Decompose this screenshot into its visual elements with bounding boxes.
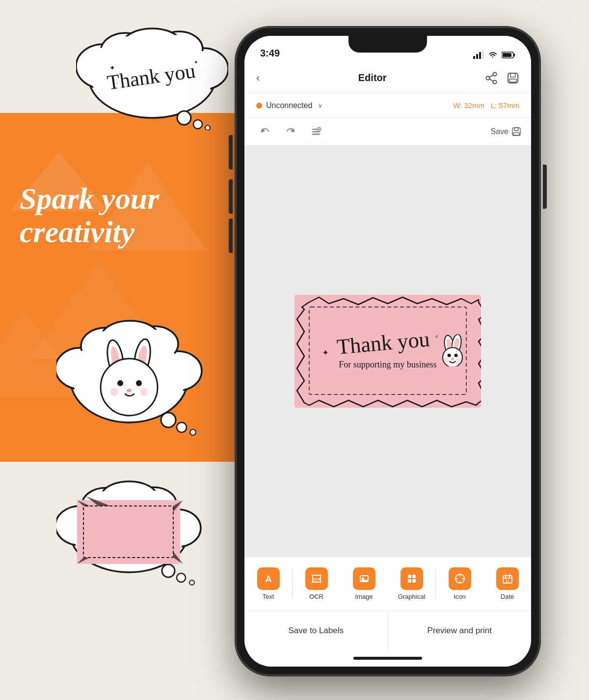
canvas-area[interactable]: ✦ Thank you e ✦ For supporting my busine… [244,145,531,557]
svg-rect-72 [479,52,481,59]
signal-icon [473,51,484,59]
svg-text:OCR: OCR [312,577,321,582]
graphical-label: Graphical [398,593,426,600]
svg-point-37 [190,429,196,435]
svg-point-47 [140,388,148,396]
svg-point-106 [444,357,449,362]
status-icons [473,51,515,59]
svg-point-78 [486,76,489,80]
text-tool-icon: A [262,572,275,586]
svg-rect-121 [406,573,418,585]
ocr-label: OCR [309,593,323,600]
toolbar-left [254,121,327,142]
undo-icon [260,126,270,137]
bunny-svg [439,334,466,366]
connection-chevron: ∨ [318,102,322,109]
svg-rect-122 [408,575,411,578]
svg-point-44 [136,380,142,386]
svg-rect-76 [503,53,511,57]
thank-you-text: Thank you [336,327,430,359]
tool-graphical[interactable]: Graphical [388,567,435,600]
tool-icon[interactable]: Icon [436,567,483,600]
svg-point-77 [493,72,496,76]
svg-point-36 [177,422,187,432]
svg-point-46 [110,388,118,396]
svg-point-104 [455,354,458,357]
svg-rect-83 [510,73,515,77]
save-button[interactable]: Save [491,127,521,137]
svg-rect-75 [513,54,515,56]
svg-point-31 [156,354,199,390]
svg-rect-70 [473,56,475,59]
svg-point-43 [117,380,123,386]
nav-actions [485,72,519,84]
tool-image[interactable]: Image [340,567,388,600]
tool-date[interactable]: 31 Date [483,567,531,600]
svg-text:✦: ✦ [109,64,115,72]
status-time: 3:49 [260,48,280,59]
svg-point-45 [127,389,132,392]
svg-rect-125 [412,579,416,583]
svg-rect-73 [482,51,484,59]
dimensions: W: 32mm L: 57mm [453,101,519,110]
svg-point-42 [101,359,158,416]
text-icon: A [257,567,280,590]
connection-status[interactable]: Unconnected ∨ [256,101,322,110]
date-tool-icon: 31 [501,572,514,586]
svg-point-16 [177,111,191,125]
svg-rect-63 [77,500,180,564]
svg-point-62 [189,580,194,585]
home-indicator [244,650,531,667]
svg-point-79 [493,80,496,84]
thought-bubble-3-svg [56,476,204,589]
battery-icon [502,51,515,59]
connection-dot [256,103,262,109]
svg-point-15 [125,32,180,58]
save-label: Save [491,127,509,136]
editor-toolbar: Save [244,118,531,145]
label-content: ✦ Thank you e ✦ For supporting my busine… [294,295,481,408]
thought-bubble-1-svg: Thank you ✦ ✦ · [76,27,228,130]
image-tool-icon [357,572,371,586]
save-nav-icon[interactable] [507,72,519,84]
back-button[interactable]: ‹ [256,72,260,84]
phone-notch [348,36,427,53]
svg-point-102 [443,347,462,366]
thought-bubble-label [56,476,204,589]
svg-rect-84 [509,79,516,82]
undo-button[interactable] [254,121,276,142]
supporting-text: For supporting my business [339,360,437,370]
tagline: Spark your creativity [20,182,226,249]
svg-rect-89 [312,134,320,135]
editor-title: Editor [358,72,387,84]
align-icon [311,126,321,137]
redo-button[interactable] [280,121,301,142]
icon-label: Icon [454,593,466,600]
label-preview[interactable]: ✦ Thank you e ✦ For supporting my busine… [294,295,481,408]
width-value: 32mm [464,101,484,110]
registered-mark: e [435,333,438,338]
svg-point-60 [162,564,175,577]
svg-point-105 [451,358,454,360]
thank-you-main: ✦ Thank you e ✦ [321,326,455,359]
bottom-toolbar: A Text [244,557,531,611]
phone-wrapper: 3:49 [236,27,540,675]
svg-rect-71 [476,54,478,59]
svg-rect-124 [408,579,411,583]
icon-tool-icon [449,567,471,590]
length-label: L: [491,101,497,110]
svg-rect-94 [514,128,518,131]
image-label: Image [355,593,373,600]
save-to-labels-button[interactable]: Save to Labels [244,611,388,650]
align-button[interactable] [305,121,327,142]
share-icon[interactable] [485,72,498,84]
svg-line-81 [489,79,493,81]
preview-print-button[interactable]: Preview and print [388,611,532,650]
phone-frame: 3:49 [236,27,540,675]
svg-point-17 [193,120,202,129]
home-bar [353,657,422,660]
tool-ocr[interactable]: OCR OCR [293,567,340,600]
tool-text[interactable]: A Text [244,567,292,600]
svg-text:·: · [116,81,118,86]
text-label: Text [263,593,274,600]
